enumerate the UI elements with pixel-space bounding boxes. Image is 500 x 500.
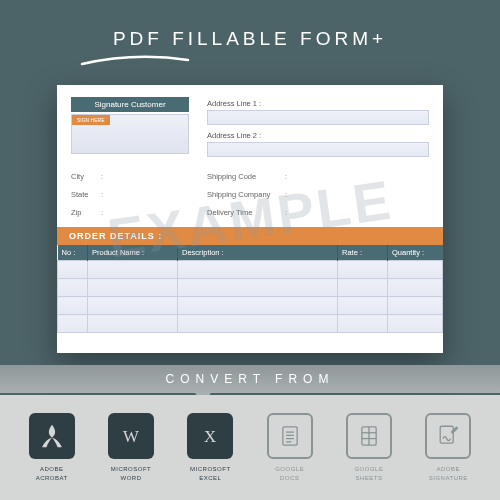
table-row[interactable] [58,261,443,279]
google-docs-label: GOOGLEDOCS [275,465,304,481]
city-input[interactable] [107,170,189,182]
adobe-signature-label: ADOBESIGNATURE [429,465,468,481]
google-sheets-icon [346,413,392,459]
delivery-input[interactable] [291,206,429,218]
shipcompany-label: Shipping Company [207,190,285,199]
col-qty: Quantity : [388,245,443,261]
microsoft-excel-app[interactable]: X MICROSOFTEXCEL [174,413,246,481]
microsoft-word-app[interactable]: W MICROSOFTWORD [95,413,167,481]
svg-text:W: W [123,427,139,446]
adobe-acrobat-app[interactable]: ADOBEACROBAT [16,413,88,481]
shipcode-label: Shipping Code [207,172,285,181]
state-input[interactable] [107,188,189,200]
zip-input[interactable] [107,206,189,218]
underline-swoosh [80,54,190,68]
address2-label: Address Line 2 : [207,131,429,140]
svg-rect-11 [440,427,453,444]
zip-label: Zip [71,208,101,217]
delivery-label: Delivery Time [207,208,285,217]
signature-header: Signature Customer [71,97,189,112]
adobe-signature-app[interactable]: ADOBESIGNATURE [412,413,484,481]
google-sheets-app[interactable]: GOOGLESHEETS [333,413,405,481]
microsoft-word-label: MICROSOFTWORD [111,465,152,481]
adobe-acrobat-icon [29,413,75,459]
order-details-header: ORDER DETAILS : [57,227,443,245]
address1-input[interactable] [207,110,429,125]
order-table: No : Product Name : Description : Rate :… [57,245,443,333]
table-row[interactable] [58,315,443,333]
address2-input[interactable] [207,142,429,157]
state-label: State [71,190,101,199]
google-sheets-label: GOOGLESHEETS [354,465,383,481]
form-preview: Signature Customer SIGN HERE Address Lin… [57,85,443,353]
google-docs-icon [267,413,313,459]
col-no: No : [58,245,88,261]
city-label: City [71,172,101,181]
convert-from-strip: CONVERT FROM [0,365,500,393]
sign-here-tag: SIGN HERE [72,115,110,125]
adobe-acrobat-label: ADOBEACROBAT [36,465,68,481]
microsoft-excel-icon: X [187,413,233,459]
shipcode-input[interactable] [291,170,429,182]
adobe-signature-icon [425,413,471,459]
google-docs-app[interactable]: GOOGLEDOCS [254,413,326,481]
microsoft-excel-label: MICROSOFTEXCEL [190,465,231,481]
address1-label: Address Line 1 : [207,99,429,108]
microsoft-word-icon: W [108,413,154,459]
table-row[interactable] [58,279,443,297]
signature-field[interactable]: SIGN HERE [71,114,189,154]
shipcompany-input[interactable] [291,188,429,200]
svg-text:X: X [204,427,216,446]
col-product: Product Name : [88,245,178,261]
page-title: PDF FILLABLE FORM+ [0,0,500,50]
col-description: Description : [178,245,338,261]
table-row[interactable] [58,297,443,315]
col-rate: Rate : [338,245,388,261]
app-icon-row: ADOBEACROBAT W MICROSOFTWORD X MICROSOFT… [0,395,500,500]
